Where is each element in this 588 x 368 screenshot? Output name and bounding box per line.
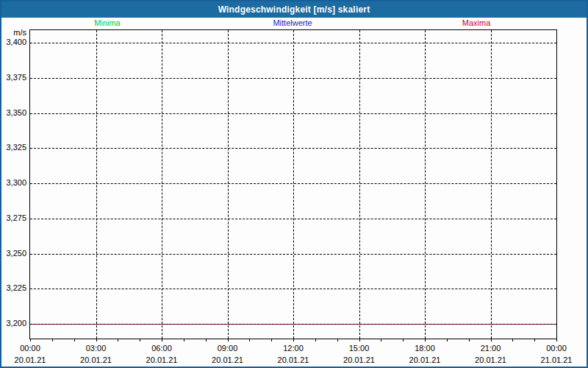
x-tick-time: 21:00 xyxy=(481,344,501,353)
x-minor-tick xyxy=(447,339,448,342)
x-tick-time: 06:00 xyxy=(151,344,172,353)
x-minor-tick xyxy=(491,339,492,342)
y-tick-label: 3,300 xyxy=(1,178,26,187)
x-minor-tick xyxy=(249,339,250,342)
x-tick-date: 20.01.21 xyxy=(80,355,112,364)
y-axis-unit-label: m/s xyxy=(1,28,26,37)
x-tick-date: 20.01.21 xyxy=(15,355,46,364)
x-minor-tick xyxy=(293,339,294,342)
x-tick-date: 20.01.21 xyxy=(343,355,375,364)
x-minor-tick xyxy=(512,339,513,342)
x-minor-tick xyxy=(337,339,338,342)
v-gridline xyxy=(425,30,426,339)
y-tick-label: 3,325 xyxy=(1,143,26,152)
x-tick-date: 20.01.21 xyxy=(409,355,441,364)
plot-area xyxy=(29,29,557,339)
x-tick-time: 00:00 xyxy=(20,344,40,353)
x-minor-tick xyxy=(556,339,557,342)
y-tick-label: 3,375 xyxy=(1,73,26,82)
x-minor-tick xyxy=(381,339,381,342)
v-gridline xyxy=(162,30,162,339)
x-minor-tick xyxy=(228,339,229,342)
x-tick-date: 20.01.21 xyxy=(278,355,309,364)
x-minor-tick xyxy=(96,339,97,342)
x-tick-date: 21.01.21 xyxy=(541,355,573,364)
x-tick-time: 03:00 xyxy=(86,344,107,353)
x-tick-time: 09:00 xyxy=(218,344,238,353)
v-gridline xyxy=(96,30,97,339)
v-gridline xyxy=(228,30,229,339)
legend-label-mittelwerte: Mittelwerte xyxy=(273,18,312,27)
y-tick-label: 3,225 xyxy=(1,283,26,292)
x-tick-date: 20.01.21 xyxy=(475,355,506,364)
x-minor-tick xyxy=(315,339,316,342)
legend-label-minima: Minima xyxy=(94,18,120,27)
x-minor-tick xyxy=(206,339,207,342)
x-tick-time: 15:00 xyxy=(349,344,370,353)
y-tick-label: 3,200 xyxy=(1,319,26,328)
y-tick-label: 3,350 xyxy=(1,108,26,117)
y-tick-label: 3,275 xyxy=(1,213,26,222)
x-minor-tick xyxy=(184,339,184,342)
x-minor-tick xyxy=(118,339,118,342)
v-gridline xyxy=(293,30,294,339)
legend-label-maxima: Maxima xyxy=(462,18,491,27)
v-gridline xyxy=(359,30,360,339)
x-tick-date: 20.01.21 xyxy=(212,355,243,364)
x-minor-tick xyxy=(30,339,31,342)
x-minor-tick xyxy=(162,339,162,342)
x-minor-tick xyxy=(425,339,426,342)
y-tick-label: 3,400 xyxy=(1,38,26,46)
chart-window: Windgeschwindigkeit [m/s] skaliert Minim… xyxy=(0,0,588,368)
legend-item-minima: Minima xyxy=(94,18,120,27)
x-minor-tick xyxy=(74,339,75,342)
x-minor-tick xyxy=(140,339,140,342)
x-tick-time: 18:00 xyxy=(415,344,435,353)
chart-title: Windgeschwindigkeit [m/s] skaliert xyxy=(1,1,587,18)
x-minor-tick xyxy=(52,339,53,342)
x-minor-tick xyxy=(534,339,535,342)
x-minor-tick xyxy=(271,339,272,342)
legend-item-mittelwerte: Mittelwerte xyxy=(273,18,312,27)
legend-item-maxima: Maxima xyxy=(462,18,491,27)
x-tick-date: 20.01.21 xyxy=(146,355,178,364)
y-tick-label: 3,250 xyxy=(1,249,26,258)
x-minor-tick xyxy=(359,339,360,342)
v-gridline xyxy=(491,30,492,339)
x-minor-tick xyxy=(469,339,470,342)
x-tick-time: 12:00 xyxy=(283,344,304,353)
x-minor-tick xyxy=(403,339,404,342)
x-tick-time: 00:00 xyxy=(546,344,567,353)
